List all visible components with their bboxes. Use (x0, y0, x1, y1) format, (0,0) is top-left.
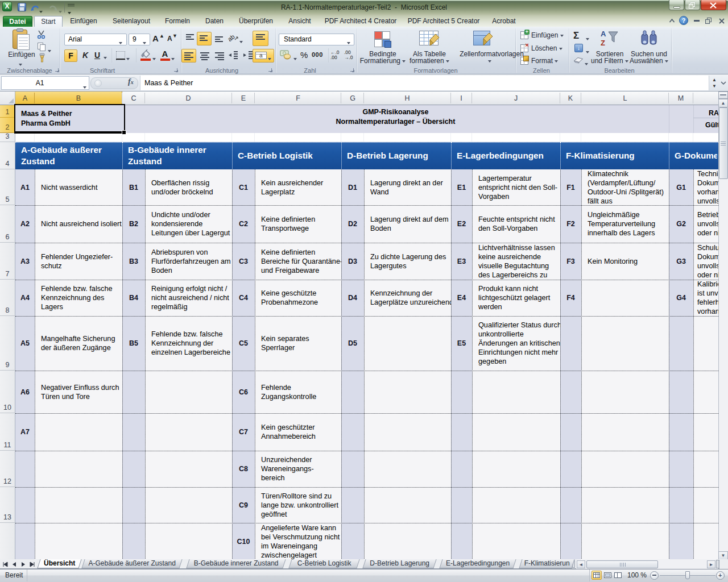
svg-text:ab: ab (228, 33, 236, 43)
